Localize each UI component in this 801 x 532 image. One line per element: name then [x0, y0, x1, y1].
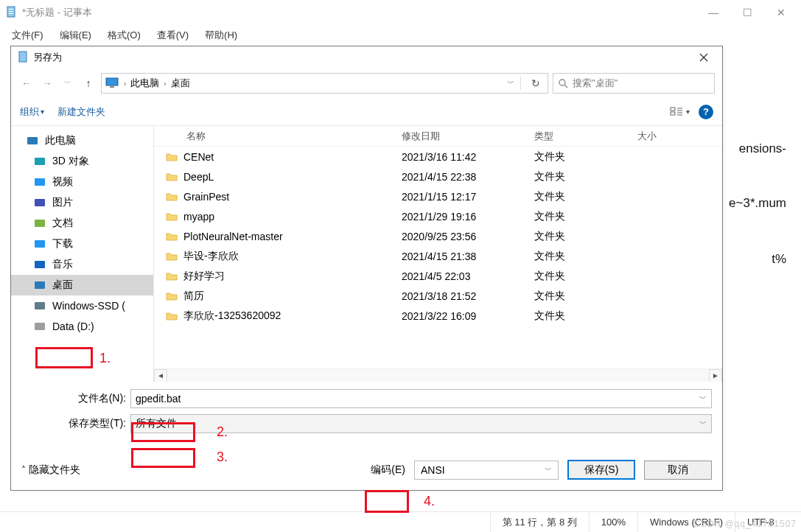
- svg-rect-7: [106, 78, 118, 85]
- svg-rect-12: [671, 112, 675, 115]
- col-header-name[interactable]: 名称: [154, 130, 390, 143]
- file-row[interactable]: DeepL 2021/4/15 22:38 文件夹: [154, 167, 722, 186]
- file-type: 文件夹: [522, 190, 626, 203]
- tree-item-icon: [33, 299, 46, 312]
- folder-icon: [166, 231, 178, 242]
- cancel-button[interactable]: 取消: [644, 461, 712, 480]
- nav-arrows: ← → ﹀ ↑: [18, 75, 97, 91]
- svg-line-10: [564, 85, 567, 88]
- search-input[interactable]: 搜索"桌面": [553, 73, 715, 94]
- file-name: PlotNeuralNet-master: [183, 231, 283, 242]
- svg-rect-4: [19, 52, 27, 62]
- tree-item-label: 3D 对象: [52, 155, 89, 168]
- chevron-up-icon: ˄: [21, 465, 26, 475]
- save-button[interactable]: 保存(S): [567, 460, 635, 480]
- tree-item-label: 文档: [52, 217, 73, 230]
- monitor-icon: [105, 76, 119, 91]
- organize-button[interactable]: 组织 ▾: [20, 105, 44, 119]
- col-header-size[interactable]: 大小: [626, 130, 677, 143]
- menubar: 文件(F) 编辑(E) 格式(O) 查看(V) 帮助(H): [0, 25, 801, 46]
- tree-item[interactable]: 图片: [11, 192, 153, 213]
- file-list-body: CENet 2021/3/16 11:42 文件夹 DeepL 2021/4/1…: [154, 147, 722, 368]
- filename-input[interactable]: gpedit.bat ﹀: [130, 389, 712, 408]
- tree-item[interactable]: 文档: [11, 213, 153, 234]
- col-header-date[interactable]: 修改日期: [390, 130, 522, 143]
- maximize-button[interactable]: ☐: [730, 1, 764, 24]
- file-row[interactable]: 好好学习 2021/4/5 22:03 文件夹: [154, 266, 722, 286]
- menu-format[interactable]: 格式(O): [103, 27, 145, 43]
- file-list-header: 名称 修改日期 类型 大小: [154, 126, 722, 147]
- file-row[interactable]: 毕设-李欣欣 2021/4/15 21:38 文件夹: [154, 246, 722, 266]
- notepad-icon: [18, 51, 29, 64]
- svg-rect-26: [35, 323, 45, 330]
- breadcrumb-pc[interactable]: 此电脑: [130, 77, 159, 90]
- encoding-select[interactable]: ANSI ﹀: [414, 461, 559, 480]
- hide-folders-toggle[interactable]: ˄ 隐藏文件夹: [21, 463, 80, 477]
- filetype-value: 所有文件: [136, 417, 177, 430]
- menu-help[interactable]: 帮助(H): [200, 27, 242, 43]
- chevron-down-icon[interactable]: ﹀: [699, 393, 707, 404]
- tree-item-label: 音乐: [52, 258, 73, 271]
- filetype-select[interactable]: 所有文件 ﹀: [130, 414, 712, 433]
- filename-label: 文件名(N):: [21, 392, 130, 405]
- file-row[interactable]: GrainPest 2021/1/15 12:17 文件夹: [154, 186, 722, 206]
- chevron-down-icon: ﹀: [699, 419, 707, 429]
- menu-edit[interactable]: 编辑(E): [55, 27, 96, 43]
- tree-item-icon: [33, 258, 46, 271]
- menu-view[interactable]: 查看(V): [153, 27, 193, 43]
- col-header-type[interactable]: 类型: [522, 130, 626, 143]
- tree-item[interactable]: 音乐: [11, 254, 153, 275]
- svg-rect-21: [35, 220, 45, 227]
- tree-item[interactable]: 下载: [11, 234, 153, 254]
- address-bar[interactable]: › 此电脑 › 桌面 ﹀ ↻: [101, 73, 548, 94]
- breadcrumb-desktop[interactable]: 桌面: [171, 77, 190, 90]
- file-date: 2021/4/15 22:38: [390, 171, 522, 183]
- svg-rect-22: [35, 240, 45, 248]
- file-row[interactable]: 简历 2021/3/18 21:52 文件夹: [154, 286, 722, 306]
- folder-icon: [166, 251, 178, 262]
- nav-recent-button[interactable]: ﹀: [60, 75, 76, 91]
- file-type: 文件夹: [522, 309, 626, 323]
- notepad-icon: [6, 5, 18, 20]
- refresh-button[interactable]: ↻: [527, 77, 545, 89]
- tree-item-icon: [33, 217, 46, 230]
- tree-item[interactable]: 3D 对象: [11, 151, 153, 172]
- nav-back-button[interactable]: ←: [18, 75, 35, 91]
- tree-item[interactable]: Data (D:): [11, 316, 153, 337]
- svg-rect-11: [671, 108, 675, 111]
- bg-text-1: ensions-: [739, 141, 786, 156]
- tree-item[interactable]: 桌面: [11, 275, 153, 295]
- nav-up-button[interactable]: ↑: [80, 75, 97, 91]
- file-row[interactable]: PlotNeuralNet-master 2020/9/25 23:56 文件夹: [154, 226, 722, 246]
- search-icon: [558, 78, 568, 88]
- file-type: 文件夹: [522, 150, 626, 164]
- tree-item[interactable]: 此电脑: [11, 130, 153, 151]
- tree-item[interactable]: 视频: [11, 172, 153, 192]
- chevron-down-icon[interactable]: ﹀: [507, 78, 514, 88]
- horizontal-scrollbar[interactable]: ◄ ►: [154, 368, 722, 382]
- file-name: myapp: [183, 211, 214, 223]
- file-list: 名称 修改日期 类型 大小 CENet 2021/3/16 11:42 文件夹 …: [154, 126, 722, 382]
- file-row[interactable]: 李欣欣-13253620092 2021/3/22 16:09 文件夹: [154, 306, 722, 326]
- tree-item-icon: [33, 175, 46, 189]
- file-type: 文件夹: [522, 210, 626, 223]
- close-button[interactable]: ✕: [764, 1, 798, 24]
- help-button[interactable]: ?: [699, 105, 713, 119]
- file-row[interactable]: CENet 2021/3/16 11:42 文件夹: [154, 147, 722, 167]
- nav-forward-button[interactable]: →: [39, 75, 55, 91]
- tree-item[interactable]: Windows-SSD (: [11, 295, 153, 316]
- tree-item-label: 图片: [52, 196, 73, 209]
- view-options-button[interactable]: ▾: [670, 107, 690, 117]
- minimize-button[interactable]: —: [696, 1, 730, 24]
- file-date: 2021/3/22 16:09: [390, 310, 522, 322]
- dialog-close-button[interactable]: [690, 48, 718, 67]
- scroll-left-button[interactable]: ◄: [154, 369, 167, 382]
- folder-icon: [166, 172, 178, 182]
- window-title: *无标题 - 记事本: [22, 6, 696, 19]
- tree-item-label: 下载: [52, 237, 73, 251]
- file-row[interactable]: myapp 2021/1/29 19:16 文件夹: [154, 206, 722, 226]
- scroll-right-button[interactable]: ►: [709, 369, 722, 382]
- new-folder-button[interactable]: 新建文件夹: [57, 105, 105, 119]
- search-placeholder: 搜索"桌面": [573, 77, 618, 90]
- menu-file[interactable]: 文件(F): [7, 27, 48, 43]
